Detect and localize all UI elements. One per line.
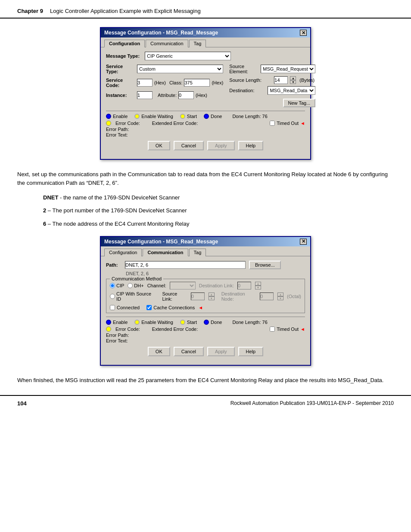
source-link-label: Source Link:: [162, 291, 186, 302]
dialog1-status-bar: Enable Enable Waiting Start Done: [106, 111, 305, 121]
chapter-label: Chapter 9: [17, 8, 43, 14]
tab-configuration-1[interactable]: Configuration: [104, 40, 145, 47]
source-length-input[interactable]: [274, 76, 288, 84]
dh-label: DH+: [134, 283, 143, 288]
dialog2-close-button[interactable]: ✕: [300, 239, 307, 245]
instance-label: Instance:: [106, 93, 137, 98]
path-input[interactable]: [125, 261, 246, 269]
paragraph1: Next, set up the communications path in …: [17, 170, 394, 187]
enable-waiting-dot: [134, 114, 140, 119]
connected-label: Connected: [117, 305, 140, 310]
path-row: Path: Browse...: [106, 261, 305, 269]
source-length-down[interactable]: ▼: [290, 80, 296, 84]
comm-method-row2: CIP With Source ID Source Link: ▲ ▼ Dest…: [110, 291, 301, 302]
cache-connections-label: Cache Connections ◄: [146, 305, 203, 310]
dh-radio[interactable]: [128, 283, 133, 288]
instance-input[interactable]: [137, 91, 153, 99]
tab-tag-2[interactable]: Tag: [189, 249, 206, 256]
d2-enable-waiting-dot: [134, 320, 140, 325]
tab-communication-1[interactable]: Communication: [146, 40, 188, 47]
dialog1-cancel-button[interactable]: Cancel: [174, 141, 204, 150]
source-element-select[interactable]: MSG_Read_Request: [261, 65, 315, 73]
attribute-label: Attribute:: [158, 93, 177, 98]
connected-checkbox[interactable]: [110, 305, 115, 310]
cache-connections-checkbox[interactable]: [146, 305, 152, 310]
cache-connections-text: Cache Connections: [153, 305, 195, 310]
channel-select[interactable]: [170, 282, 196, 289]
tab-communication-2[interactable]: Communication: [143, 249, 188, 256]
dialog2-tabs: Configuration Communication Tag: [101, 246, 310, 256]
service-type-label: ServiceType:: [106, 64, 137, 74]
enable-waiting-radio: Enable Waiting: [134, 114, 173, 119]
error-row-1: Error Code: Extended Error Code: Timed O…: [106, 121, 305, 126]
list-sep-6: – The node address of the EC4 Current Mo…: [48, 221, 190, 227]
dh-radio-label: DH+: [128, 283, 143, 288]
publication-info: Rockwell Automation Publication 193-UM01…: [230, 400, 394, 406]
dest-node-up[interactable]: ▲: [277, 292, 283, 296]
list-sep-2: – The port number of the 1769-SDN Device…: [48, 207, 187, 214]
list-item-6: 6 – The node address of the EC4 Current …: [43, 220, 394, 228]
source-length-up[interactable]: ▲: [290, 76, 296, 80]
dialog1-ok-button[interactable]: OK: [148, 141, 170, 150]
dialog2-help-button[interactable]: Help: [238, 347, 264, 356]
d2-enable-radio: Enable: [106, 320, 128, 325]
dialog2-apply-button[interactable]: Apply: [207, 347, 235, 356]
d2-timed-out-checkbox[interactable]: [270, 327, 275, 332]
cip-radio[interactable]: [110, 283, 115, 288]
path-label: Path:: [106, 262, 121, 268]
tab-tag-1[interactable]: Tag: [189, 40, 206, 47]
list-item-dnet: DNET - the name of the 1769-SDN DeviceNe…: [43, 193, 394, 202]
source-link-input[interactable]: [191, 292, 205, 300]
dialog1-help-button[interactable]: Help: [238, 141, 264, 150]
browse-button[interactable]: Browse...: [249, 261, 281, 269]
destination-row: Destination: MSG_Read_Data: [229, 86, 315, 95]
dialog1-close-button[interactable]: ✕: [300, 30, 307, 36]
comm-method-legend: Communication Method: [110, 276, 163, 281]
page-header: Chapter 9 Logic Controller Application E…: [0, 0, 411, 19]
dialog2-cancel-button[interactable]: Cancel: [174, 347, 204, 356]
service-type-select[interactable]: Custom: [137, 65, 223, 73]
d2-done-radio: Done: [204, 320, 222, 325]
instance-row: Instance: Attribute: (Hex): [106, 91, 225, 99]
destination-select[interactable]: MSG_Read_Data: [268, 86, 315, 95]
dest-node-input[interactable]: [260, 292, 274, 300]
cip-source-radio[interactable]: [110, 294, 115, 299]
d2-done-length: Done Length: 76: [232, 320, 267, 325]
timed-out-checkbox[interactable]: [270, 121, 275, 126]
d2-start-radio: Start: [180, 320, 197, 325]
d2-timed-out-label: Timed Out: [277, 327, 299, 332]
dest-node-down[interactable]: ▼: [277, 296, 283, 300]
dialog1-titlebar: Message Configuration - MSG_Read_Message…: [101, 28, 310, 37]
attribute-input[interactable]: [178, 91, 194, 99]
error-text-row: Error Text:: [106, 132, 305, 137]
source-link-up[interactable]: ▲: [209, 292, 215, 296]
page-number: 104: [17, 400, 27, 407]
destination-label: Destination:: [229, 88, 266, 93]
main-content: Message Configuration - MSG_Read_Message…: [0, 27, 411, 385]
dialog1-container: Message Configuration - MSG_Read_Message…: [17, 27, 394, 160]
message-type-row: Message Type: CIP Generic: [106, 52, 305, 60]
service-code-input[interactable]: [137, 79, 153, 87]
cip-with-source-label: CIP With Source ID: [116, 291, 152, 302]
new-tag-button[interactable]: New Tag...: [283, 99, 316, 107]
service-code-label: ServiceCode:: [106, 78, 137, 88]
dialog1-apply-button[interactable]: Apply: [207, 141, 235, 150]
dest-link-down[interactable]: ▼: [255, 286, 261, 289]
dest-link-input[interactable]: [237, 282, 251, 289]
d2-error-text-row: Error Text:: [106, 338, 305, 343]
paragraph2: When finished, the MSG instruction will …: [17, 376, 394, 385]
connected-checkbox-label: Connected: [110, 305, 140, 310]
d2-start-label: Start: [187, 320, 197, 325]
source-length-unit: (Bytes): [299, 78, 314, 83]
dialog2-ok-button[interactable]: OK: [148, 347, 170, 356]
dest-link-up[interactable]: ▲: [255, 282, 261, 286]
source-link-down[interactable]: ▼: [209, 296, 215, 300]
tab-configuration-2[interactable]: Configuration: [104, 249, 142, 256]
connected-row: Connected Cache Connections ◄: [110, 303, 301, 310]
d2-enable-label: Enable: [113, 320, 128, 325]
start-label: Start: [187, 114, 197, 119]
class-input[interactable]: [184, 79, 210, 87]
done-label: Done: [211, 114, 222, 119]
dialog2-titlebar: Message Configuration - MSG_Read_Message…: [101, 237, 310, 246]
message-type-select[interactable]: CIP Generic: [145, 52, 231, 60]
